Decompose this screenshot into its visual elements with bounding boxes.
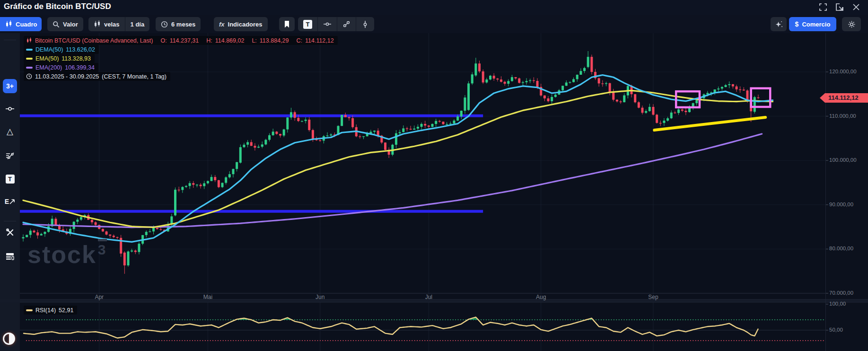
indicators-group: fx Indicadores	[214, 17, 268, 31]
legend-dema-row[interactable]: DEMA(50) 113.626,02	[24, 45, 99, 54]
legend-date-range: 11.03.2025 - 30.09.2025	[35, 73, 99, 80]
legend-date-meta: (CEST, 7 Monate, 1 Tag)	[102, 73, 167, 80]
indicators-button[interactable]: fx Indicadores	[214, 17, 268, 31]
rsi-swatch	[26, 309, 33, 311]
price-tick-label: 100.000,00	[829, 157, 857, 163]
candles-icon	[26, 37, 32, 44]
stock3-plus-logo[interactable]: 3+	[3, 79, 17, 93]
legend-symbol-row[interactable]: Bitcoin BTC/USD (Coinbase Advanced, Last…	[24, 36, 338, 45]
clock-icon	[26, 73, 32, 79]
legend-close: 114.112,12	[305, 37, 334, 44]
app-window: Gráfico de Bitcoin BTC/USD Cuadro Valor	[0, 0, 868, 351]
range-button[interactable]: 6 meses	[156, 17, 201, 31]
price-tick-label: 110.000,00	[829, 113, 856, 119]
legend-high: 114.869,02	[215, 37, 245, 44]
dema-swatch	[26, 49, 33, 51]
stock3-watermark: stock3	[27, 242, 107, 267]
horizontal-line-button[interactable]	[318, 17, 337, 31]
contrast-circle-widget[interactable]	[2, 332, 16, 346]
rsi-tick-label: 100,00	[829, 301, 846, 307]
candles-icon	[5, 20, 12, 28]
chart-type-button[interactable]: velas	[88, 17, 125, 31]
rsi-tick-label: 50,00	[829, 327, 843, 333]
month-tick-label: Jul	[425, 294, 432, 300]
legend-low: 113.884,29	[260, 37, 289, 44]
bookmark-icon	[284, 21, 290, 28]
pop-out-icon[interactable]	[835, 2, 844, 12]
toolbar: Cuadro Valor velas 1 día 6 meses	[0, 16, 868, 33]
trade-button[interactable]: $ Comercio	[789, 17, 836, 31]
strategy-lines-icon[interactable]	[0, 148, 20, 164]
indicators-fx-icon: fx	[219, 21, 225, 28]
edit-trend-icon[interactable]: E	[0, 193, 20, 210]
month-tick-label: Aug	[536, 294, 546, 300]
triangle-icon[interactable]: △	[0, 123, 20, 140]
legend-symbol: Bitcoin BTC/USD (Coinbase Advanced, Last…	[35, 37, 153, 44]
trend-line-icon	[342, 20, 351, 28]
price-tick-label: 120.000,00	[829, 69, 857, 74]
interval-button[interactable]: 1 día	[125, 17, 150, 31]
legend-ema200-row[interactable]: EMA(200) 106.399,34	[24, 63, 98, 72]
gear-icon	[848, 20, 856, 28]
magic-tools-button[interactable]	[771, 17, 787, 31]
drawing-sidebar: 3+ △ T E	[0, 33, 20, 351]
month-tick-label: Jun	[316, 294, 324, 300]
page-title: Gráfico de Bitcoin BTC/USD	[4, 2, 111, 11]
close-icon[interactable]	[851, 2, 861, 12]
settings-button[interactable]	[842, 17, 861, 31]
text-tool-icon: T	[303, 20, 312, 29]
range-group: 6 meses	[156, 17, 201, 31]
legend-rsi-row[interactable]: RSI(14) 52,91	[24, 306, 77, 315]
symbol-search-group: Valor	[47, 17, 83, 31]
clock-icon	[161, 21, 168, 28]
layout-panels-icon[interactable]	[0, 248, 20, 264]
last-price-tag: 114.112,12	[820, 93, 868, 103]
magic-sparkle-icon	[775, 20, 783, 28]
trend-line-button[interactable]	[337, 17, 356, 31]
month-tick-label: Sep	[648, 294, 658, 300]
horizontal-line-icon	[323, 20, 332, 28]
legend-open: 114.237,31	[170, 37, 199, 44]
symbol-search-button[interactable]: Valor	[47, 17, 83, 31]
chart-mode-button[interactable]: Cuadro	[0, 17, 42, 31]
text-tool-icon[interactable]: T	[0, 171, 20, 187]
vertical-line-icon	[361, 20, 369, 28]
title-bar: Gráfico de Bitcoin BTC/USD	[0, 0, 868, 15]
legend-date-row[interactable]: 11.03.2025 - 30.09.2025 (CEST, 7 Monate,…	[24, 72, 170, 81]
horizontal-cursor-icon[interactable]	[0, 101, 20, 117]
chart-type-interval-group: velas 1 día	[88, 17, 149, 31]
drawing-tools-group: T	[298, 17, 374, 31]
month-tick-label: Apr	[95, 294, 104, 300]
bookmark-button[interactable]	[279, 17, 295, 31]
vertical-line-button[interactable]	[356, 17, 374, 31]
month-tick-label: Mai	[203, 294, 212, 300]
ema50-swatch	[26, 58, 33, 60]
search-icon	[53, 21, 60, 28]
text-tool-button[interactable]: T	[298, 17, 317, 31]
price-tick-label: 80.000,00	[829, 246, 853, 251]
tools-icon[interactable]	[0, 224, 20, 240]
dollar-icon: $	[795, 20, 799, 28]
price-tick-label: 70.000,00	[829, 290, 853, 296]
candles-icon	[94, 20, 101, 28]
fullscreen-icon[interactable]	[818, 2, 828, 12]
ema200-swatch	[26, 67, 33, 69]
legend-ema50-row[interactable]: EMA(50) 113.328,93	[24, 54, 95, 63]
price-tick-label: 90.000,00	[829, 202, 853, 207]
